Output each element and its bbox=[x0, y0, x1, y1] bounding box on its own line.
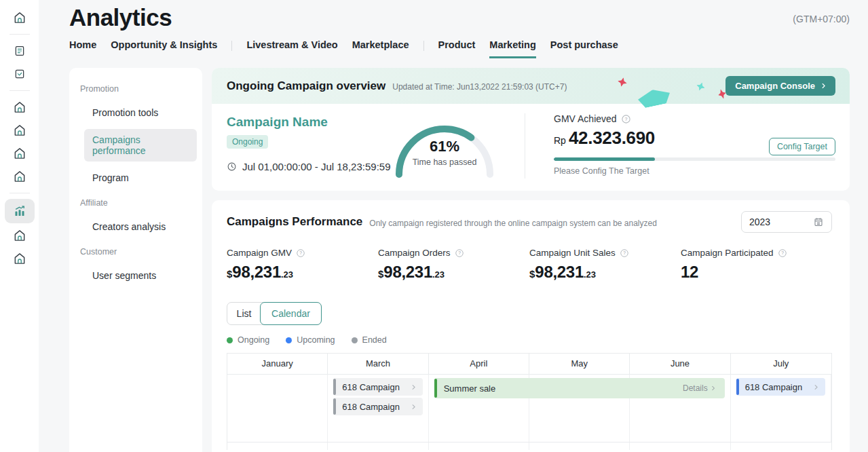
home-icon[interactable] bbox=[0, 142, 39, 165]
svg-text:?: ? bbox=[624, 117, 627, 122]
tab-livestream-video[interactable]: Livestream & Video bbox=[246, 39, 337, 58]
metric-campaign-gmv: Campaign GMV ? $ 98,231 .23 bbox=[227, 248, 378, 282]
svg-text:?: ? bbox=[299, 250, 302, 255]
menu-section-promotion: Promotion Promotion tools Campaigns perf… bbox=[75, 84, 197, 189]
campaign-name-link[interactable]: Campaign Name bbox=[227, 115, 391, 130]
content-area: Promotion Promotion tools Campaigns perf… bbox=[69, 68, 850, 452]
tab-marketing[interactable]: Marketing bbox=[489, 39, 536, 58]
campaigns-performance-card: Campaigns Performance Only campaign regi… bbox=[212, 200, 850, 452]
vertical-divider bbox=[525, 113, 525, 178]
campaign-console-button[interactable]: Campaign Console bbox=[725, 76, 835, 96]
campaign-chip-ended[interactable]: 618 Campaign bbox=[333, 378, 422, 396]
ongoing-campaign-overview-card: Ongoing Campaign overview Updated at Tim… bbox=[212, 68, 850, 191]
tab-marketplace[interactable]: Marketplace bbox=[352, 39, 409, 58]
document-icon[interactable] bbox=[0, 39, 39, 62]
tab-group-divider bbox=[423, 41, 424, 51]
date-range-text: Jul 01,00:00:00 - Jul 18,23:59:59 bbox=[242, 161, 391, 172]
gmv-label: GMV Achieved bbox=[554, 113, 617, 124]
tab-product[interactable]: Product bbox=[438, 39, 476, 58]
home-icon[interactable] bbox=[0, 247, 39, 270]
right-column: Ongoing Campaign overview Updated at Tim… bbox=[212, 68, 850, 452]
menu-item-user-segments[interactable]: User segments bbox=[84, 265, 197, 286]
svg-text:?: ? bbox=[623, 250, 626, 255]
tab-home[interactable]: Home bbox=[69, 39, 96, 58]
metric-label: Campaign Unit Sales bbox=[529, 248, 616, 258]
page-header: Analytics (GTM+07:00) bbox=[69, 4, 850, 31]
legend-ongoing: Ongoing bbox=[227, 335, 269, 345]
toggle-calendar-button[interactable]: Calendar bbox=[260, 302, 322, 325]
campaign-calendar-table: January March April May June July bbox=[227, 353, 832, 450]
chevron-right-icon bbox=[812, 383, 820, 391]
tab-group-divider bbox=[231, 41, 232, 51]
confetti-shape bbox=[695, 81, 706, 92]
chevron-right-icon bbox=[710, 385, 717, 392]
gauge-label: Time has passed bbox=[387, 157, 502, 167]
help-icon[interactable]: ? bbox=[296, 248, 305, 258]
top-nav-tabs: Home Opportunity & Insights Livestream &… bbox=[69, 39, 850, 58]
campaign-chip-ended[interactable]: 618 Campaign bbox=[333, 398, 422, 415]
home-icon[interactable] bbox=[0, 6, 39, 29]
svg-text:?: ? bbox=[458, 250, 461, 255]
metrics-row: Campaign GMV ? $ 98,231 .23 Campai bbox=[227, 248, 832, 282]
metric-label: Campaign Orders bbox=[378, 248, 451, 258]
metric-label: Campaign GMV bbox=[227, 248, 292, 258]
clipboard-check-icon[interactable] bbox=[0, 62, 39, 86]
metric-value: $ 98,231 .23 bbox=[378, 263, 529, 282]
chevron-right-icon bbox=[820, 82, 827, 90]
active-nav-pill bbox=[5, 199, 35, 223]
help-icon[interactable]: ? bbox=[620, 248, 629, 258]
time-passed-gauge: 61% Time has passed bbox=[387, 109, 502, 184]
tab-post-purchase[interactable]: Post purchase bbox=[550, 39, 618, 58]
home-icon[interactable] bbox=[0, 119, 39, 142]
home-icon[interactable] bbox=[0, 224, 39, 247]
home-icon[interactable] bbox=[0, 165, 39, 188]
svg-text:?: ? bbox=[781, 250, 784, 255]
month-header: July bbox=[731, 354, 831, 374]
rail-divider bbox=[10, 34, 30, 35]
menu-section-affiliate: Affiliate Creators analysis bbox=[75, 198, 197, 238]
menu-item-program[interactable]: Program bbox=[84, 167, 197, 189]
metric-value: $ 98,231 .23 bbox=[227, 263, 378, 282]
gmv-currency: Rp bbox=[554, 135, 566, 146]
home-icon[interactable] bbox=[0, 96, 39, 119]
tab-opportunity-insights[interactable]: Opportunity & Insights bbox=[111, 39, 217, 58]
menu-item-campaigns-performance[interactable]: Campaigns performance bbox=[84, 129, 197, 162]
calendar-body-row: 618 Campaign 618 Campaign Summer sale D bbox=[227, 375, 831, 442]
year-selector[interactable]: 2023 bbox=[741, 211, 832, 233]
timezone-label: (GTM+07:00) bbox=[793, 14, 850, 24]
help-icon[interactable]: ? bbox=[455, 248, 464, 258]
config-target-button[interactable]: Config Target bbox=[769, 138, 835, 155]
metric-label: Campaign Participated bbox=[681, 248, 774, 258]
menu-item-creators-analysis[interactable]: Creators analysis bbox=[84, 216, 197, 238]
campaign-bar-ongoing[interactable]: Summer sale Details bbox=[434, 378, 725, 398]
chevron-right-icon bbox=[410, 383, 417, 391]
month-header: May bbox=[529, 354, 630, 374]
help-icon[interactable]: ? bbox=[778, 248, 787, 258]
metric-campaign-orders: Campaign Orders ? $ 98,231 .23 bbox=[378, 248, 529, 282]
month-header: March bbox=[328, 354, 428, 374]
side-menu: Promotion Promotion tools Campaigns perf… bbox=[69, 68, 202, 452]
overview-banner: Ongoing Campaign overview Updated at Tim… bbox=[212, 68, 850, 104]
main-area: Analytics (GTM+07:00) Home Opportunity &… bbox=[39, 0, 868, 452]
metric-value: 12 bbox=[681, 263, 832, 282]
campaign-chip-upcoming[interactable]: 618 Campaign bbox=[736, 378, 825, 396]
analytics-icon-active[interactable] bbox=[0, 198, 39, 224]
help-icon[interactable]: ? bbox=[621, 114, 631, 124]
gmv-hint-text: Please Config The Target bbox=[554, 166, 835, 176]
campaign-date-range: Jul 01,00:00:00 - Jul 18,23:59:59 bbox=[227, 161, 391, 172]
campaign-summary: Campaign Name Ongoing Jul 01,00:00:00 - … bbox=[227, 115, 391, 172]
month-header: January bbox=[227, 354, 328, 374]
app-root: Analytics (GTM+07:00) Home Opportunity &… bbox=[0, 0, 868, 452]
overview-updated-at: Updated at Time: Jun13,2022 21:59:03 (UT… bbox=[392, 82, 567, 92]
month-header: April bbox=[429, 354, 529, 374]
page-title: Analytics bbox=[69, 4, 172, 31]
toggle-list-button[interactable]: List bbox=[227, 303, 261, 324]
details-link[interactable]: Details bbox=[683, 383, 717, 393]
ended-dot bbox=[352, 337, 358, 343]
performance-title: Campaigns Performance bbox=[227, 215, 362, 229]
metric-campaign-participated: Campaign Participated ? 12 bbox=[681, 248, 832, 282]
rail-divider bbox=[10, 193, 30, 193]
menu-item-promotion-tools[interactable]: Promotion tools bbox=[84, 102, 197, 124]
upcoming-dot bbox=[286, 337, 292, 343]
performance-subtitle: Only campaign registered through the onl… bbox=[369, 219, 657, 228]
